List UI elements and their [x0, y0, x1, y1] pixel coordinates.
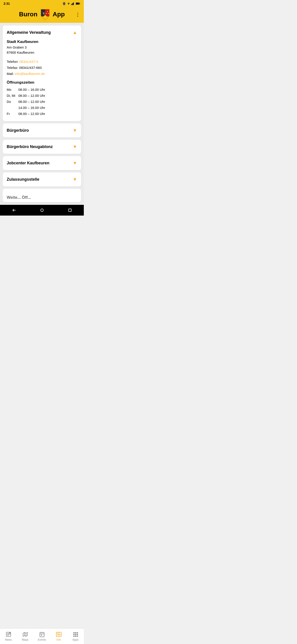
chevron-down-icon-2: ▼ — [73, 144, 77, 149]
card-header-zulassungsstelle[interactable]: Zulassungsstelle ▼ — [3, 172, 81, 186]
battery-icon — [76, 2, 80, 5]
card-title-allgemeine-verwaltung: Allgemeine Verwaltung — [7, 30, 51, 35]
card-title-zulassungsstelle: Zulassungsstelle — [7, 177, 39, 182]
mail-link[interactable]: info@kaufbeuren.de — [15, 72, 45, 76]
hours-time-fr: 08.00 – 12.00 Uhr — [18, 111, 45, 117]
card-header-jobcenter[interactable]: Jobcenter Kaufbeuren ▼ — [3, 156, 81, 170]
address-line2: 87600 Kaufbeuren — [7, 50, 34, 54]
signal-icon — [71, 2, 75, 5]
hours-table: Mo 08.00 – 16.00 Uhr Di, Mi 08.00 – 12.0… — [7, 86, 77, 117]
card-header-buergerbuero[interactable]: Bürgerbüro ▼ — [3, 124, 81, 138]
app-title-left: Buron — [19, 11, 37, 18]
shield-icon — [62, 2, 66, 5]
hours-time-do2: 14.00 – 16.00 Uhr — [18, 105, 45, 111]
opening-hours-title: Öffnungszeiten — [7, 80, 77, 85]
svg-point-12 — [48, 13, 49, 14]
chevron-up-icon: ▲ — [73, 30, 77, 35]
hours-time-mo: 08.00 – 16.00 Uhr — [18, 86, 45, 92]
contact-info: Telefon: 08341/437-0 Telefax: 08341/437-… — [7, 58, 77, 77]
recents-icon — [68, 208, 72, 212]
phone-label: Telefon: — [7, 60, 19, 64]
app-title-right: App — [53, 11, 65, 18]
mail-line: Mail: info@kaufbeuren.de — [7, 71, 77, 77]
card-jobcenter: Jobcenter Kaufbeuren ▼ — [3, 156, 81, 170]
address-line1: Am Graben 3 — [7, 46, 26, 49]
status-icons — [62, 2, 80, 5]
hours-day-do2 — [7, 105, 18, 111]
fax-line: Telefax: 08341/437-660 — [7, 64, 77, 71]
svg-rect-8 — [76, 3, 79, 4]
svg-rect-4 — [73, 2, 74, 5]
hours-day-fr: Fr — [7, 111, 18, 117]
card-buergerbuero: Bürgerbüro ▼ — [3, 124, 81, 138]
back-icon — [12, 208, 16, 212]
truncated-text: Weite... Öff... — [7, 195, 31, 200]
hours-day-mo: Mo — [7, 86, 18, 92]
hours-row-do2: 14.00 – 16.00 Uhr — [7, 105, 77, 111]
card-buergerbuero-neugablonz: Bürgerbüro Neugablonz ▼ — [3, 140, 81, 154]
card-header-buergerbuero-neugablonz[interactable]: Bürgerbüro Neugablonz ▼ — [3, 140, 81, 154]
hours-time-di-mi: 08.00 – 12.00 Uhr — [18, 92, 45, 98]
card-truncated: Weite... Öff... — [3, 189, 81, 202]
svg-point-11 — [46, 13, 46, 14]
card-content-allgemeine-verwaltung: Stadt Kaufbeuren Am Graben 3 87600 Kaufb… — [3, 40, 81, 121]
svg-rect-3 — [73, 3, 73, 5]
home-icon — [40, 208, 44, 212]
org-address: Am Graben 3 87600 Kaufbeuren — [7, 45, 77, 55]
android-nav-bar — [0, 205, 84, 216]
hours-day-do: Do — [7, 98, 18, 105]
svg-text:🦅: 🦅 — [42, 11, 46, 15]
phone-link[interactable]: 08341/437-0 — [19, 60, 38, 64]
chevron-down-icon-3: ▼ — [73, 160, 77, 166]
status-bar: 2:31 — [0, 0, 84, 7]
chevron-down-icon-1: ▼ — [73, 128, 77, 133]
hours-row-fr: Fr 08.00 – 12.00 Uhr — [7, 111, 77, 117]
svg-point-36 — [41, 209, 43, 212]
hours-time-do: 08.00 – 12.00 Uhr — [18, 98, 45, 105]
chevron-down-icon-4: ▼ — [73, 177, 77, 182]
status-time: 2:31 — [3, 2, 10, 5]
main-content: Allgemeine Verwaltung ▲ Stadt Kaufbeuren… — [0, 23, 84, 205]
mail-label: Mail: — [7, 72, 15, 76]
card-header-allgemeine-verwaltung[interactable]: Allgemeine Verwaltung ▲ — [3, 26, 81, 40]
app-header: Buron 🦅 App ⋮ — [0, 7, 84, 23]
svg-rect-2 — [72, 3, 72, 5]
hours-row-mo: Mo 08.00 – 16.00 Uhr — [7, 86, 77, 92]
hours-day-di-mi: Di, Mi — [7, 92, 18, 98]
svg-point-10 — [47, 11, 48, 12]
android-recents-button[interactable] — [67, 208, 72, 213]
svg-point-0 — [68, 4, 69, 5]
hours-row-di-mi: Di, Mi 08.00 – 12.00 Uhr — [7, 92, 77, 98]
hours-row-do: Do 08.00 – 12.00 Uhr — [7, 98, 77, 105]
menu-button[interactable]: ⋮ — [75, 12, 80, 18]
svg-rect-37 — [69, 209, 71, 212]
card-title-jobcenter: Jobcenter Kaufbeuren — [7, 161, 49, 166]
org-name: Stadt Kaufbeuren — [7, 40, 77, 44]
svg-rect-1 — [71, 4, 72, 5]
card-title-buergerbuero: Bürgerbüro — [7, 128, 29, 133]
svg-rect-7 — [79, 3, 80, 4]
app-logo: 🦅 — [39, 8, 51, 20]
android-home-button[interactable] — [39, 208, 44, 213]
android-back-button[interactable] — [12, 208, 16, 213]
wifi-icon — [67, 2, 70, 5]
phone-line: Telefon: 08341/437-0 — [7, 58, 77, 64]
svg-rect-5 — [74, 2, 75, 5]
card-title-buergerbuero-neugablonz: Bürgerbüro Neugablonz — [7, 144, 53, 149]
card-allgemeine-verwaltung: Allgemeine Verwaltung ▲ Stadt Kaufbeuren… — [3, 26, 81, 121]
card-zulassungsstelle: Zulassungsstelle ▼ — [3, 172, 81, 186]
app-title: Buron 🦅 App — [19, 8, 65, 20]
